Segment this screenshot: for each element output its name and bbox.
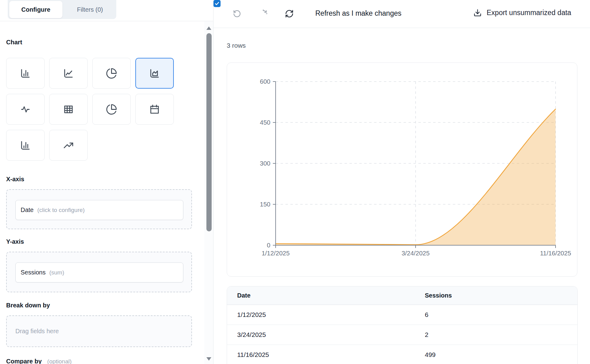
cell-sessions: 6 [425,311,429,318]
calendar-icon [149,104,160,115]
results-toolbar: Refresh as I make changes Export unsumma… [213,0,590,28]
redo-button[interactable] [259,10,267,18]
chart-type-button-bar-chart[interactable] [6,58,45,89]
cell-date: 3/24/2025 [227,331,425,338]
chart-type-button-trending-up[interactable] [49,130,88,161]
svg-text:3/24/2025: 3/24/2025 [401,250,429,257]
chart-type-button-pie-chart[interactable] [92,94,131,125]
redo-icon [259,10,267,18]
compare-by-hint: (optional) [47,358,72,364]
refresh-checkbox[interactable] [213,0,221,7]
svg-text:450: 450 [260,119,270,126]
export-unsummarized-button[interactable]: Export unsummarized data [473,9,571,17]
table-row[interactable]: 1/12/20256 [227,305,577,325]
refresh-checkbox-label[interactable]: Refresh as I make changes [315,9,401,18]
sidebar-scrollbar[interactable] [204,21,213,364]
svg-text:300: 300 [260,160,270,167]
app-window: Configure Filters (0) Chart X-axis Date … [0,0,590,364]
sidebar-top-divider [0,21,213,21]
chart-type-grid [6,58,183,161]
chart-type-button-area-chart[interactable] [135,58,174,89]
svg-text:0: 0 [267,242,270,249]
cell-date: 11/16/2025 [227,351,425,358]
break-down-heading: Break down by [6,302,50,309]
svg-text:600: 600 [260,78,270,85]
x-axis-heading: X-axis [6,176,24,183]
cell-sessions: 499 [425,351,436,358]
bar-chart-icon [20,68,31,79]
column-header-date[interactable]: Date [227,292,425,299]
x-axis-field[interactable]: Date (click to configure) [15,200,183,220]
chart-type-button-pie-chart[interactable] [92,58,131,89]
chart-type-button-activity[interactable] [6,94,45,125]
y-axis-heading: Y-axis [6,238,24,245]
table-row[interactable]: 3/24/20252 [227,325,577,345]
y-axis-field-label: Sessions [21,269,46,276]
checkmark-icon [214,1,220,6]
scrollbar-thumb[interactable] [206,33,212,231]
compare-by-heading: Compare by (optional) [6,358,72,364]
compare-by-label: Compare by [6,358,42,364]
sidebar-main-divider [213,0,213,364]
tab-filters[interactable]: Filters (0) [66,1,114,18]
line-chart-icon [63,68,74,79]
y-axis-drop-zone[interactable]: Sessions (sum) [6,252,192,292]
results-table-body: 1/12/202563/24/2025211/16/2025499 [227,305,577,364]
column-header-sessions[interactable]: Sessions [425,292,452,299]
y-axis-field-hint: (sum) [49,269,64,276]
refresh-button[interactable] [285,9,294,18]
pie-chart-icon [106,104,117,115]
x-axis-field-hint: (click to configure) [37,207,85,214]
sessions-area-chart-card: 01503004506001/12/20253/24/202511/16/202… [227,62,577,277]
svg-text:11/16/2025: 11/16/2025 [540,250,571,257]
chart-type-button-table[interactable] [49,94,88,125]
y-axis-field[interactable]: Sessions (sum) [15,262,183,282]
trending-up-icon [63,140,74,151]
cell-sessions: 2 [425,331,429,338]
scroll-down-arrow-icon[interactable] [206,357,211,361]
configure-sidebar: Configure Filters (0) Chart X-axis Date … [0,0,213,364]
sidebar-tab-strip: Configure Filters (0) [8,0,116,19]
sessions-area-chart: 01503004506001/12/20253/24/202511/16/202… [227,63,577,276]
svg-text:150: 150 [260,201,270,208]
chart-type-button-bar-chart[interactable] [6,130,45,161]
undo-icon [233,10,241,18]
bar-chart-icon [20,140,31,151]
table-icon [63,104,74,115]
activity-icon [20,104,31,115]
table-row[interactable]: 11/16/2025499 [227,345,577,364]
export-button-label: Export unsummarized data [487,9,571,17]
refresh-icon [285,9,294,18]
undo-button[interactable] [233,10,241,18]
chart-type-button-calendar[interactable] [135,94,174,125]
cell-date: 1/12/2025 [227,311,425,318]
download-icon [473,9,482,17]
svg-text:1/12/2025: 1/12/2025 [261,250,289,257]
pie-chart-icon [106,68,117,79]
break-down-placeholder: Drag fields here [7,328,59,335]
chart-type-button-line-chart[interactable] [49,58,88,89]
chart-section-heading: Chart [6,39,22,46]
x-axis-field-label: Date [21,206,34,214]
area-chart-icon [149,68,160,79]
scroll-up-arrow-icon[interactable] [206,26,211,30]
break-down-drop-zone[interactable]: Drag fields here [6,315,192,347]
tab-configure[interactable]: Configure [9,1,62,18]
results-table-header: Date Sessions [227,286,577,305]
row-count-label: 3 rows [227,42,246,49]
results-table: Date Sessions 1/12/202563/24/2025211/16/… [227,286,578,364]
x-axis-drop-zone[interactable]: Date (click to configure) [6,189,192,229]
